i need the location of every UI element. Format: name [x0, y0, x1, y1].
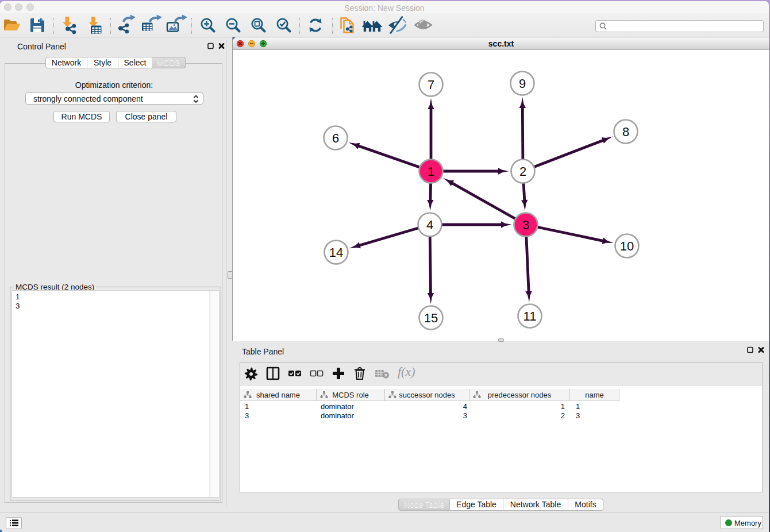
svg-text:14: 14 — [329, 245, 343, 260]
svg-text:1: 1 — [428, 164, 434, 179]
svg-text:9: 9 — [519, 76, 526, 91]
svg-text:15: 15 — [424, 311, 438, 325]
svg-text:4: 4 — [426, 218, 433, 232]
svg-text:11: 11 — [523, 309, 537, 323]
svg-text:6: 6 — [332, 131, 339, 145]
svg-text:7: 7 — [428, 78, 434, 92]
svg-text:8: 8 — [622, 125, 629, 139]
svg-text:10: 10 — [620, 239, 634, 253]
svg-text:3: 3 — [522, 218, 529, 232]
svg-text:2: 2 — [519, 164, 526, 179]
